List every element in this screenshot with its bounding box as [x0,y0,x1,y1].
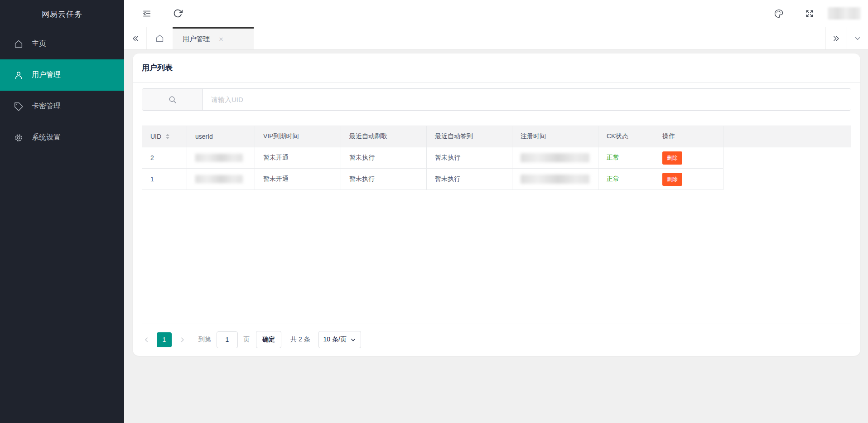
avatar[interactable] [828,7,861,19]
reg-time-redacted [521,175,589,184]
col-header-actions: 操作 [654,126,723,147]
app-title: 网易云任务 [0,0,124,28]
tab-home-icon[interactable] [147,27,173,49]
col-header-ck-status: CK状态 [598,126,654,147]
ck-status-badge: 正常 [598,169,654,190]
content-area: 用户列表 UID [124,50,868,423]
ck-status-badge: 正常 [598,147,654,169]
confirm-button[interactable]: 确定 [256,331,281,348]
sidebar-item-home[interactable]: 主页 [0,28,124,59]
page-unit-label: 页 [243,335,250,344]
prev-page-icon[interactable] [142,336,151,344]
goto-page-label: 到第 [198,335,211,344]
card-header: 用户列表 [133,53,860,83]
sidebar: 网易云任务 主页 用户管理 卡密管理 系统设置 [0,0,124,423]
page-title: 用户列表 [142,63,173,73]
delete-button[interactable]: 删除 [662,173,682,186]
tag-icon [14,102,24,112]
sidebar-item-label: 系统设置 [32,133,61,142]
search-input[interactable] [203,89,851,110]
sidebar-menu: 主页 用户管理 卡密管理 系统设置 [0,28,124,153]
total-count-label: 共 2 条 [290,335,310,344]
cell-reg-time [512,147,598,169]
cell-userid [187,169,255,190]
sidebar-item-users[interactable]: 用户管理 [0,59,124,91]
userid-redacted [195,154,243,162]
cell-reg-time [512,169,598,190]
tab-label: 用户管理 [183,35,210,44]
cell-userid [187,147,255,169]
table-body: 2 暂未开通 暂未执行 暂未执行 正常 删除 [142,147,851,190]
tab-user-management[interactable]: 用户管理 × [173,27,254,49]
search-icon[interactable] [142,89,203,110]
sidebar-item-label: 主页 [32,39,46,49]
user-list-card: 用户列表 UID [133,53,860,356]
col-header-filler [723,126,851,147]
cell-uid: 1 [142,169,187,190]
table-row: 2 暂未开通 暂未执行 暂未执行 正常 删除 [142,147,851,169]
page-size-value: 10 条/页 [323,335,347,344]
topbar [124,0,868,27]
tabbar-right-controls [825,27,868,49]
cell-last-checkin: 暂未执行 [427,169,512,190]
cell-uid: 2 [142,147,187,169]
tabs-menu-chevron-down-icon[interactable] [847,27,868,49]
col-header-uid[interactable]: UID [142,126,187,147]
cell-vip-expire: 暂未开通 [255,169,341,190]
fullscreen-icon[interactable] [800,5,819,23]
col-header-last-play: 最近自动刷歌 [341,126,427,147]
sort-caret-icon[interactable] [166,134,169,139]
page-size-select[interactable]: 10 条/页 [318,331,361,348]
cell-last-checkin: 暂未执行 [427,147,512,169]
user-icon [14,70,24,80]
select-chevron-down-icon [350,337,356,343]
reg-time-redacted [521,153,589,162]
col-header-reg-time: 注册时间 [512,126,598,147]
tabs-scroll-right-icon[interactable] [825,27,847,49]
col-header-last-checkin: 最近自动签到 [427,126,512,147]
tab-close-icon[interactable]: × [219,35,223,43]
sidebar-item-label: 卡密管理 [32,102,61,111]
user-table: UID userId VIP到期时间 最近自动刷歌 最近自动签到 注册时间 CK… [142,126,851,324]
menu-fold-icon[interactable] [138,5,156,23]
cell-actions: 删除 [654,147,723,169]
cell-last-play: 暂未执行 [341,147,427,169]
uid-search-group [142,88,851,111]
refresh-icon[interactable] [169,5,187,23]
current-page-button[interactable]: 1 [157,332,172,347]
pagination: 1 到第 页 确定 共 2 条 10 条/页 [142,324,851,355]
home-icon [14,39,24,49]
goto-page-input[interactable] [217,331,238,348]
sidebar-item-settings[interactable]: 系统设置 [0,122,124,153]
cell-last-play: 暂未执行 [341,169,427,190]
sidebar-item-cards[interactable]: 卡密管理 [0,91,124,122]
delete-button[interactable]: 删除 [662,151,682,165]
gear-icon [14,133,24,143]
palette-icon[interactable] [770,5,788,23]
cell-vip-expire: 暂未开通 [255,147,341,169]
tabbar: 用户管理 × [124,27,868,50]
userid-redacted [195,175,243,183]
table-header: UID userId VIP到期时间 最近自动刷歌 最近自动签到 注册时间 CK… [142,126,851,147]
col-header-vip-expire: VIP到期时间 [255,126,341,147]
card-body: UID userId VIP到期时间 最近自动刷歌 最近自动签到 注册时间 CK… [133,83,860,355]
table-row: 1 暂未开通 暂未执行 暂未执行 正常 删除 [142,169,851,190]
next-page-icon[interactable] [178,336,187,344]
sidebar-item-label: 用户管理 [32,70,61,80]
cell-actions: 删除 [654,169,723,190]
tabs-scroll-left-icon[interactable] [124,27,147,49]
main-area: 用户管理 × 用户列表 [124,0,868,423]
col-header-userid: userId [187,126,255,147]
